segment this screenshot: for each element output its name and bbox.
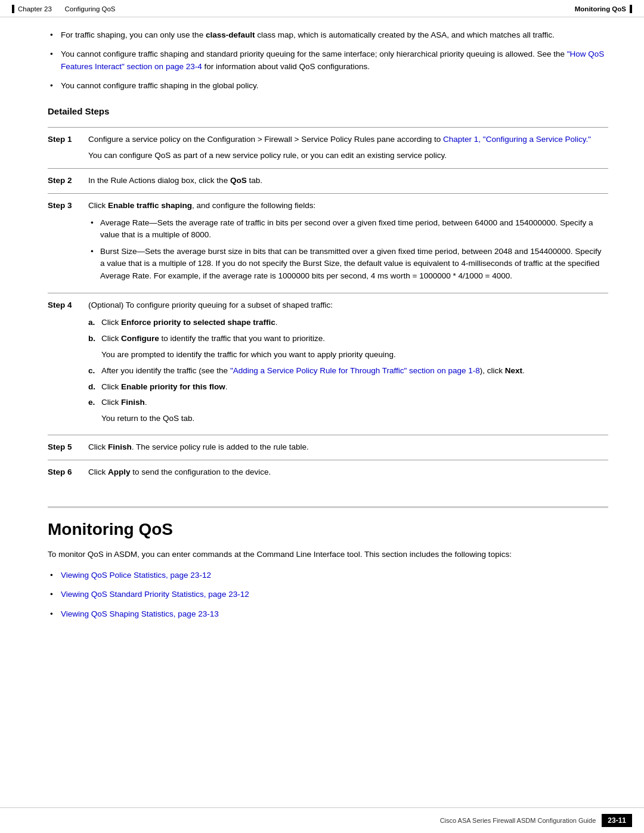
list-item: Viewing QoS Shaping Statistics, page 23-…	[48, 608, 608, 620]
section-label: Configuring QoS	[65, 5, 116, 13]
monitoring-section-title: Monitoring QoS	[48, 506, 608, 539]
header-left-bar-icon	[12, 5, 14, 13]
list-item: b. Click Configure to identify the traff…	[88, 333, 603, 361]
step-1-content: Configure a service policy on the Config…	[88, 128, 608, 169]
step-4-alpha-list: a. Click Enforce priority to selected sh…	[88, 317, 603, 425]
bullet-text-2: You cannot configure traffic shaping and…	[61, 49, 604, 70]
chapter-label: Chapter 23	[18, 5, 52, 13]
step-4-label: Step 4	[48, 293, 88, 435]
list-item: e. Click Finish. You return to the QoS t…	[88, 397, 603, 425]
header-separator	[55, 5, 61, 13]
alpha-label-c: c.	[88, 365, 95, 377]
step-4-content: (Optional) To configure priority queuing…	[88, 293, 608, 435]
bullet-text-1: For traffic shaping, you can only use th…	[61, 30, 555, 39]
step-2-label: Step 2	[48, 168, 88, 193]
bullet-text-3: You cannot configure traffic shaping in …	[61, 81, 258, 90]
main-content: For traffic shaping, you can only use th…	[0, 17, 644, 655]
list-item: You cannot configure traffic shaping and…	[48, 48, 608, 73]
list-item: You cannot configure traffic shaping in …	[48, 80, 608, 92]
step-4e-subtext: You return to the QoS tab.	[101, 413, 603, 425]
alpha-label-a: a.	[88, 317, 95, 329]
step-3-content: Click Enable traffic shaping, and config…	[88, 193, 608, 293]
qos-priority-link[interactable]: Viewing QoS Standard Priority Statistics…	[61, 590, 249, 599]
monitoring-links-list: Viewing QoS Police Statistics, page 23-1…	[48, 569, 608, 620]
chapter1-link[interactable]: Chapter 1, "Configuring a Service Policy…	[443, 135, 591, 144]
page-header: Chapter 23 Configuring QoS Monitoring Qo…	[0, 0, 644, 17]
step-3-subbullets: Average Rate—Sets the average rate of tr…	[88, 217, 603, 282]
step-2-content: In the Rule Actions dialog box, click th…	[88, 168, 608, 193]
alpha-label-e: e.	[88, 397, 95, 409]
list-item: Average Rate—Sets the average rate of tr…	[88, 217, 603, 241]
list-item: Burst Size—Sets the average burst size i…	[88, 246, 603, 282]
step-6-content: Click Apply to send the configuration to…	[88, 460, 608, 485]
step-1-label: Step 1	[48, 128, 88, 169]
list-item: c. After you identify the traffic (see t…	[88, 365, 603, 377]
page-footer: Cisco ASA Series Firewall ASDM Configura…	[0, 807, 644, 833]
step-4b-subtext: You are prompted to identify the traffic…	[101, 349, 603, 361]
detailed-steps-heading: Detailed Steps	[48, 106, 608, 116]
footer-text: Cisco ASA Series Firewall ASDM Configura…	[440, 817, 596, 824]
table-row: Step 1 Configure a service policy on the…	[48, 128, 608, 169]
list-item: a. Click Enforce priority to selected sh…	[88, 317, 603, 329]
page-number: 23-11	[602, 814, 632, 827]
table-row: Step 5 Click Finish. The service policy …	[48, 435, 608, 460]
step-6-label: Step 6	[48, 460, 88, 485]
steps-table: Step 1 Configure a service policy on the…	[48, 127, 608, 485]
step-3-label: Step 3	[48, 193, 88, 293]
header-left: Chapter 23 Configuring QoS	[12, 5, 116, 13]
qos-police-link[interactable]: Viewing QoS Police Statistics, page 23-1…	[61, 571, 211, 580]
table-row: Step 6 Click Apply to send the configura…	[48, 460, 608, 485]
qos-shaping-link[interactable]: Viewing QoS Shaping Statistics, page 23-…	[61, 609, 219, 618]
list-item: For traffic shaping, you can only use th…	[48, 29, 608, 41]
through-traffic-link[interactable]: "Adding a Service Policy Rule for Throug…	[230, 366, 480, 375]
step-5-label: Step 5	[48, 435, 88, 460]
intro-bullet-list: For traffic shaping, you can only use th…	[48, 29, 608, 92]
monitoring-intro: To monitor QoS in ASDM, you can enter co…	[48, 549, 608, 561]
list-item: Viewing QoS Standard Priority Statistics…	[48, 589, 608, 600]
alpha-label-d: d.	[88, 381, 95, 394]
header-right: Monitoring QoS	[575, 5, 632, 13]
step-5-content: Click Finish. The service policy rule is…	[88, 435, 608, 460]
header-right-bar-icon	[630, 5, 632, 13]
list-item: Viewing QoS Police Statistics, page 23-1…	[48, 569, 608, 581]
list-item: d. Click Enable priority for this flow.	[88, 381, 603, 394]
qos-features-link[interactable]: "How QoS Features Interact" section on p…	[61, 49, 604, 70]
alpha-label-b: b.	[88, 333, 95, 345]
header-right-label: Monitoring QoS	[575, 5, 626, 13]
table-row: Step 3 Click Enable traffic shaping, and…	[48, 193, 608, 293]
step-1-subtext: You can configure QoS as part of a new s…	[88, 150, 603, 162]
table-row: Step 4 (Optional) To configure priority …	[48, 293, 608, 435]
table-row: Step 2 In the Rule Actions dialog box, c…	[48, 168, 608, 193]
